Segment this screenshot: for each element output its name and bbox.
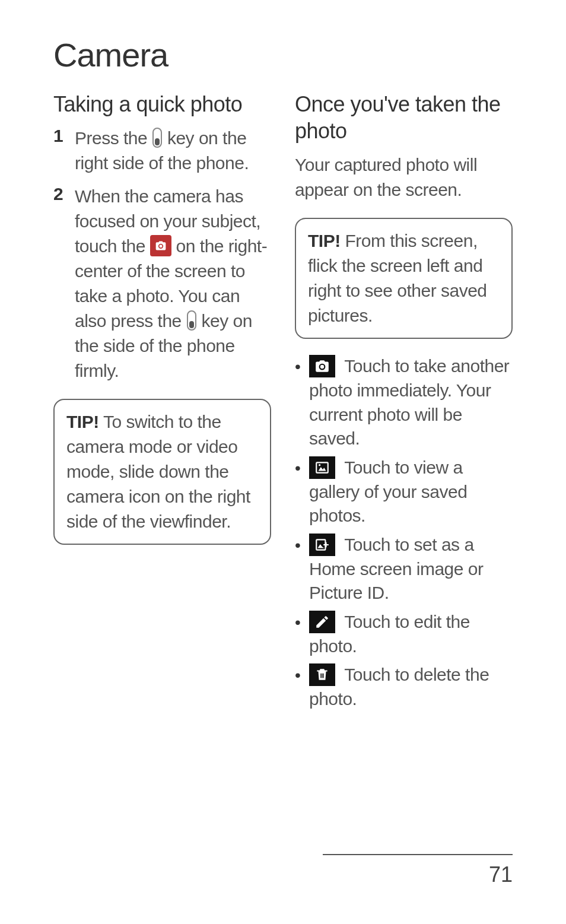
step-body: When the camera has focused on your subj…: [75, 184, 271, 383]
gallery-icon: [309, 456, 335, 479]
bullet-dot: •: [295, 663, 309, 688]
right-heading: Once you've taken the photo: [295, 91, 513, 144]
step-number: 1: [53, 126, 75, 146]
right-column: Once you've taken the photo Your capture…: [295, 91, 513, 716]
list-item: • Touch to set as a Home screen image or…: [295, 533, 513, 605]
tip-box-right: TIP! From this screen, flick the screen …: [295, 218, 513, 339]
step-1: 1 Press the key on the right side of the…: [53, 126, 271, 176]
bullet-body: Touch to set as a Home screen image or P…: [309, 533, 513, 605]
edit-icon: [309, 611, 335, 633]
delete-icon: [309, 663, 335, 686]
step-1-pre: Press the: [75, 128, 152, 148]
svg-marker-8: [317, 544, 324, 548]
shutter-icon: [150, 235, 171, 256]
left-heading: Taking a quick photo: [53, 91, 271, 118]
tip-label: TIP!: [66, 412, 99, 431]
svg-point-6: [319, 464, 320, 466]
page-number: 71: [489, 862, 513, 887]
bullet-dot: •: [295, 533, 309, 558]
bullet-list: • Touch to take another photo immediatel…: [295, 354, 513, 712]
bullet-text: Touch to set as a Home screen image or P…: [309, 535, 483, 603]
right-intro: Your captured photo will appear on the s…: [295, 153, 513, 202]
bullet-dot: •: [295, 354, 309, 379]
bullet-dot: •: [295, 610, 309, 635]
tip-box-left: TIP! To switch to the camera mode or vid…: [53, 399, 271, 545]
camera-icon: [309, 355, 335, 377]
bullet-body: Touch to view a gallery of your saved ph…: [309, 456, 513, 528]
side-key-icon: [186, 310, 197, 331]
list-item: • Touch to take another photo immediatel…: [295, 354, 513, 451]
list-item: • Touch to view a gallery of your saved …: [295, 456, 513, 528]
bullet-text: Touch to delete the photo.: [309, 665, 489, 709]
list-item: • Touch to edit the photo.: [295, 610, 513, 659]
page-title: Camera: [53, 36, 513, 74]
footer-rule: [323, 854, 513, 855]
tip-text: TIP! To switch to the camera mode or vid…: [66, 409, 258, 534]
svg-rect-3: [189, 321, 194, 328]
svg-rect-4: [316, 462, 328, 472]
bullet-text: Touch to take another photo immediately.…: [309, 356, 509, 448]
set-as-icon: [309, 534, 335, 556]
bullet-body: Touch to delete the photo.: [309, 663, 513, 712]
columns: Taking a quick photo 1 Press the key on …: [53, 91, 513, 716]
bullet-body: Touch to edit the photo.: [309, 610, 513, 659]
step-2: 2 When the camera has focused on your su…: [53, 184, 271, 383]
bullet-body: Touch to take another photo immediately.…: [309, 354, 513, 451]
list-item: • Touch to delete the photo.: [295, 663, 513, 712]
bullet-dot: •: [295, 456, 309, 481]
svg-rect-1: [155, 138, 160, 145]
side-key-icon: [152, 128, 163, 148]
tip-label: TIP!: [308, 231, 341, 250]
step-body: Press the key on the right side of the p…: [75, 126, 271, 176]
page: Camera Taking a quick photo 1 Press the …: [0, 0, 566, 716]
left-column: Taking a quick photo 1 Press the key on …: [53, 91, 271, 716]
step-number: 2: [53, 184, 75, 204]
tip-text: TIP! From this screen, flick the screen …: [308, 228, 500, 328]
svg-marker-5: [319, 467, 326, 471]
